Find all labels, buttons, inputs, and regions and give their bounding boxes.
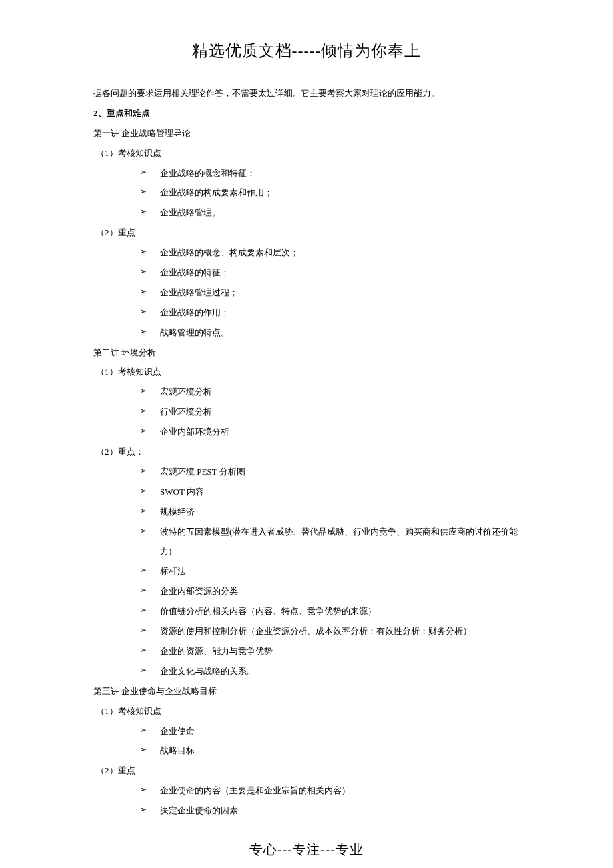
- group-label: （1）考核知识点: [93, 362, 520, 382]
- list-item: 企业文化与战略的关系。: [140, 661, 520, 681]
- list-item: 宏观环境分析: [140, 382, 520, 402]
- header-rule: [93, 67, 520, 67]
- lecture-title: 第三讲 企业使命与企业战略目标: [93, 681, 520, 701]
- bullet-list: 企业战略的概念、构成要素和层次； 企业战略的特征； 企业战略管理过程； 企业战略…: [93, 243, 520, 342]
- group-label: （1）考核知识点: [93, 143, 520, 163]
- list-item: 行业环境分析: [140, 402, 520, 422]
- list-item: 决定企业使命的因素: [140, 801, 520, 821]
- list-item: 波特的五因素模型(潜在进入者威胁、替代品威胁、行业内竞争、购买商和供应商的讨价还…: [140, 522, 520, 562]
- list-item: 资源的使用和控制分析（企业资源分析、成本效率分析；有效性分析；财务分析）: [140, 621, 520, 641]
- list-item: 企业战略管理过程；: [140, 283, 520, 303]
- group-label: （2）重点: [93, 223, 520, 243]
- document-body: 据各问题的要求运用相关理论作答，不需要太过详细。它主要考察大家对理论的应用能力。…: [93, 83, 520, 821]
- section-heading: 2、重点和难点: [93, 103, 520, 123]
- list-item: 企业使命的内容（主要是和企业宗旨的相关内容）: [140, 781, 520, 801]
- list-item: 价值链分析的相关内容（内容、特点、竞争优势的来源）: [140, 601, 520, 621]
- bullet-list: 企业使命的内容（主要是和企业宗旨的相关内容） 决定企业使命的因素: [93, 781, 520, 821]
- list-item: 宏观环境 PEST 分析图: [140, 462, 520, 482]
- list-item: 企业内部环境分析: [140, 422, 520, 442]
- list-item: 企业战略的概念、构成要素和层次；: [140, 243, 520, 263]
- list-item: 规模经济: [140, 502, 520, 522]
- bullet-list: 企业使命 战略目标: [93, 721, 520, 761]
- list-item: 企业战略管理。: [140, 203, 520, 223]
- group-label: （2）重点: [93, 761, 520, 781]
- group-label: （2）重点：: [93, 442, 520, 462]
- group-label: （1）考核知识点: [93, 701, 520, 721]
- bullet-list: 宏观环境分析 行业环境分析 企业内部环境分析: [93, 382, 520, 442]
- list-item: 战略目标: [140, 741, 520, 761]
- lecture-title: 第一讲 企业战略管理导论: [93, 123, 520, 143]
- list-item: 企业的资源、能力与竞争优势: [140, 641, 520, 661]
- list-item: SWOT 内容: [140, 482, 520, 502]
- list-item: 企业战略的构成要素和作用；: [140, 183, 520, 203]
- list-item: 企业使命: [140, 721, 520, 741]
- list-item: 战略管理的特点。: [140, 323, 520, 343]
- list-item: 企业战略的概念和特征；: [140, 163, 520, 183]
- page-footer: 专心---专注---专业: [93, 841, 520, 859]
- bullet-list: 宏观环境 PEST 分析图 SWOT 内容 规模经济 波特的五因素模型(潜在进入…: [93, 462, 520, 681]
- document-page: 精选优质文档-----倾情为你奉上 据各问题的要求运用相关理论作答，不需要太过详…: [0, 0, 613, 868]
- page-header: 精选优质文档-----倾情为你奉上: [93, 40, 520, 61]
- list-item: 企业战略的作用；: [140, 303, 520, 323]
- list-item: 企业战略的特征；: [140, 263, 520, 283]
- lecture-title: 第二讲 环境分析: [93, 343, 520, 363]
- bullet-list: 企业战略的概念和特征； 企业战略的构成要素和作用； 企业战略管理。: [93, 163, 520, 223]
- list-item: 企业内部资源的分类: [140, 581, 520, 601]
- intro-paragraph: 据各问题的要求运用相关理论作答，不需要太过详细。它主要考察大家对理论的应用能力。: [93, 83, 520, 103]
- list-item: 标杆法: [140, 561, 520, 581]
